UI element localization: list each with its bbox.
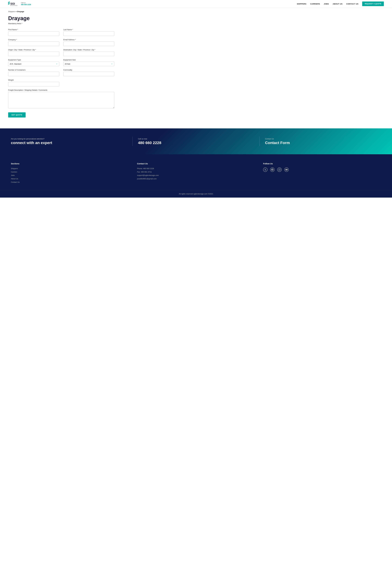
footer-link-contact[interactable]: Contact Us <box>11 181 129 183</box>
weight-input[interactable] <box>8 82 59 86</box>
name-row: First Name * Last Name * <box>8 29 114 36</box>
mandatory-note: Mandatory fields * <box>8 22 114 24</box>
nav-shippers[interactable]: SHIPPERS <box>297 3 306 5</box>
breadcrumb-separator: » <box>16 11 17 12</box>
header: SGI BROKERAGE Call us 480 660 2228 SHIPP… <box>0 0 392 8</box>
cta-contact-sub: Contact Us <box>265 138 381 140</box>
instagram-icon[interactable] <box>277 167 282 172</box>
breadcrumb-current: Drayage <box>17 11 24 12</box>
get-quote-button[interactable]: GET QUOTE <box>8 112 26 118</box>
cta-contact-link[interactable]: Contact Form <box>265 141 381 145</box>
equipment-type-label: Equipment Type <box>8 59 59 61</box>
svg-rect-2 <box>8 4 9 5</box>
cta-left: Are you looking for personalized attenti… <box>11 138 127 145</box>
footer-email2[interactable]: jcastillo6601@gmail.com <box>137 178 255 180</box>
weight-row: Weight <box>8 79 114 86</box>
footer-social: Follow Us <box>263 162 381 184</box>
footer: Sections Shippers Carriers Jobs About Us… <box>0 154 392 198</box>
equipment-type-group: Equipment Type 20 ft. Standard 40 ft. St… <box>8 59 59 66</box>
commodity-input[interactable] <box>63 72 114 76</box>
svg-rect-3 <box>9 1 10 2</box>
equipment-size-select[interactable]: 20 feet 40 feet 45 feet <box>63 62 114 66</box>
company-input[interactable] <box>8 42 59 46</box>
equipment-size-label: Equipment Size <box>63 59 114 61</box>
logo-icon: SGI BROKERAGE <box>8 1 19 6</box>
cta-main-text: connect with an expert <box>11 141 127 145</box>
main-content: Drayage Mandatory fields * First Name * … <box>0 14 123 129</box>
footer-contact: Contact Us Phone: 480 660 2228 Fax: 480 … <box>137 162 255 184</box>
logo-area: SGI BROKERAGE Call us 480 660 2228 <box>8 1 31 6</box>
footer-follow-title: Follow Us <box>263 162 381 165</box>
footer-link-carriers[interactable]: Carriers <box>11 171 129 173</box>
origin-destination-row: Origin: City / State / Province / Zip * … <box>8 49 114 56</box>
commodity-label: Commodity <box>63 69 114 71</box>
footer-link-jobs[interactable]: Jobs <box>11 174 129 176</box>
equipment-size-group: Equipment Size 20 feet 40 feet 45 feet <box>63 59 114 66</box>
origin-input[interactable] <box>8 52 59 56</box>
first-name-input[interactable] <box>8 32 59 36</box>
breadcrumb: Shippers » Drayage <box>0 8 392 14</box>
last-name-input[interactable] <box>63 32 114 36</box>
email-input[interactable] <box>63 42 114 46</box>
footer-email1-link[interactable]: support@sgibrokerage.com <box>137 174 159 176</box>
freight-group: Freight Description / Shipping Details /… <box>8 89 114 108</box>
request-quote-button[interactable]: REQUEST A QUOTE <box>362 1 384 6</box>
company-label: Company * <box>8 39 59 41</box>
footer-sections: Sections Shippers Carriers Jobs About Us… <box>11 162 129 184</box>
call-info: Call us 480 660 2228 <box>21 2 31 6</box>
footer-email1[interactable]: support@sgibrokerage.com <box>137 174 255 176</box>
youtube-icon[interactable] <box>284 167 289 172</box>
cta-right: Contact Us Contact Form <box>265 138 381 145</box>
footer-fax: Fax: 480 681 0721 <box>137 171 255 173</box>
cta-banner: Are you looking for personalized attenti… <box>0 129 392 154</box>
page-title: Drayage <box>8 15 114 21</box>
destination-input[interactable] <box>63 52 114 56</box>
footer-link-shippers[interactable]: Shippers <box>11 167 129 170</box>
drayage-form: First Name * Last Name * Company * Email… <box>8 29 114 118</box>
containers-group: Number of Containers <box>8 69 59 76</box>
svg-text:BROKERAGE: BROKERAGE <box>10 5 18 6</box>
twitter-icon[interactable] <box>263 167 267 172</box>
cta-middle: Call us now 480 660 2228 <box>138 138 254 145</box>
company-group: Company * <box>8 39 59 46</box>
containers-label: Number of Containers <box>8 69 59 71</box>
svg-rect-0 <box>8 2 9 3</box>
footer-contact-title: Contact Us <box>137 162 255 165</box>
cta-call-sub: Call us now <box>138 138 254 140</box>
facebook-icon[interactable] <box>270 167 275 172</box>
commodity-group: Commodity <box>63 69 114 76</box>
email-label: Email Address * <box>63 39 114 41</box>
svg-rect-1 <box>8 3 9 4</box>
footer-phone: Phone: 480 660 2228 <box>137 167 255 170</box>
call-number: 480 660 2228 <box>21 4 31 6</box>
footer-sections-title: Sections <box>11 162 129 165</box>
nav-carriers[interactable]: CARRIERS <box>310 3 320 5</box>
freight-textarea[interactable] <box>8 92 114 108</box>
equipment-type-select[interactable]: 20 ft. Standard 40 ft. Standard 40 ft. H… <box>8 62 59 66</box>
footer-link-about[interactable]: About Us <box>11 178 129 180</box>
cta-call-number: 480 660 2228 <box>138 141 254 145</box>
freight-label: Freight Description / Shipping Details /… <box>8 89 114 91</box>
first-name-label: First Name * <box>8 29 59 31</box>
destination-group: Destination: City / State / Province / Z… <box>63 49 114 56</box>
footer-main: Sections Shippers Carriers Jobs About Us… <box>0 154 392 190</box>
call-label: Call us <box>21 2 31 4</box>
cta-divider-1 <box>132 137 133 146</box>
copyright-text: All rights reserved sgibrokerage.com ©20… <box>179 193 213 195</box>
origin-label: Origin: City / State / Province / Zip * <box>8 49 59 51</box>
breadcrumb-parent[interactable]: Shippers <box>8 11 15 12</box>
nav-contact[interactable]: CONTACT US <box>346 3 358 5</box>
svg-rect-5 <box>9 3 10 4</box>
nav-jobs[interactable]: JOBS <box>324 3 329 5</box>
svg-text:SGI: SGI <box>10 2 15 5</box>
social-icons <box>263 167 381 172</box>
last-name-group: Last Name * <box>63 29 114 36</box>
containers-input[interactable] <box>8 72 59 76</box>
nav-about[interactable]: ABOUT US <box>333 3 342 5</box>
footer-email2-link[interactable]: jcastillo6601@gmail.com <box>137 178 157 180</box>
containers-commodity-row: Number of Containers Commodity <box>8 69 114 76</box>
company-email-row: Company * Email Address * <box>8 39 114 46</box>
main-nav: SHIPPERS CARRIERS JOBS ABOUT US CONTACT … <box>297 1 384 6</box>
cta-divider-2 <box>259 137 260 146</box>
footer-bottom: All rights reserved sgibrokerage.com ©20… <box>0 190 392 198</box>
